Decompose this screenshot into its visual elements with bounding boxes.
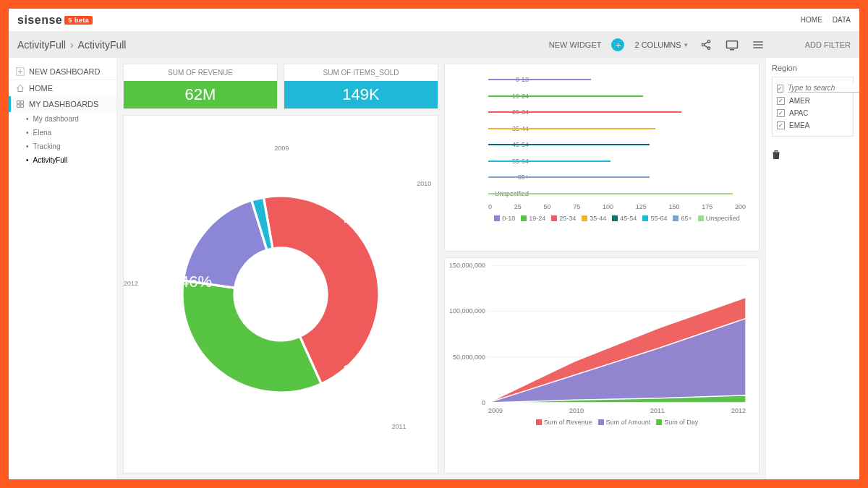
area-chart <box>488 265 746 403</box>
menu-icon[interactable] <box>750 37 766 53</box>
new-widget-label[interactable]: NEW WIDGET <box>549 40 602 49</box>
kpi-items-title: SUM OF ITEMS_SOLD <box>284 64 438 81</box>
kpi-items-value: 149K <box>284 81 438 108</box>
svg-rect-15 <box>17 105 20 108</box>
svg-line-3 <box>704 42 707 44</box>
filter-select-all-checkbox[interactable]: ✓ <box>777 85 783 93</box>
bar-x-axis: 0255075100125150175200 <box>488 203 746 210</box>
kpi-revenue[interactable]: SUM OF REVENUE 62M <box>123 64 278 109</box>
subbar: ActivityFull › ActivityFull NEW WIDGET +… <box>9 32 859 58</box>
sidebar-home[interactable]: HOME <box>9 80 116 96</box>
new-dashboard-button[interactable]: NEW DASHBOARD <box>9 64 116 80</box>
sidebar: NEW DASHBOARD HOME MY DASHBOARDS My dash… <box>9 58 117 479</box>
svg-rect-13 <box>17 101 20 104</box>
sidebar-item-elena[interactable]: Elena <box>9 126 116 140</box>
filter-panel: Region ✓ ✓ AMER ✓ APAC ✓ EMEA <box>765 58 859 479</box>
donut-label-2012: 2012 <box>124 280 138 287</box>
add-filter-button[interactable]: ADD FILTER <box>805 40 851 49</box>
app-window: sisense5 beta HOME DATA ActivityFull › A… <box>9 9 859 479</box>
logo-badge: 5 beta <box>64 16 93 25</box>
columns-selector[interactable]: 2 COLUMNS ▾ <box>634 40 687 49</box>
filter-option-amer[interactable]: ✓ AMER <box>777 95 848 107</box>
donut-chart-widget[interactable]: 46% 34% 18% 2009 2010 2011 2012 <box>123 115 438 474</box>
sidebar-my-dashboards[interactable]: MY DASHBOARDS <box>9 96 116 112</box>
area-x-axis: 2009201020112012 <box>488 407 746 414</box>
bar-chart: 0-1819-2425-3435-4445-5455-6465+Unspecif… <box>488 72 746 202</box>
bar-segment <box>488 95 643 97</box>
sidebar-my-dashboards-label: MY DASHBOARDS <box>29 100 98 108</box>
donut-label-2011: 2011 <box>392 423 407 430</box>
area-legend: Sum of RevenueSum of AmountSum of Day <box>488 419 746 426</box>
donut-label-2010: 2010 <box>417 180 431 187</box>
logo: sisense5 beta <box>17 14 93 27</box>
logo-text: sisense <box>17 14 62 26</box>
bar-segment <box>488 144 650 145</box>
new-dashboard-label: NEW DASHBOARD <box>29 67 100 76</box>
bar-segment <box>488 193 733 194</box>
kpi-items-sold[interactable]: SUM OF ITEMS_SOLD 149K <box>284 64 438 109</box>
breadcrumb-current: ActivityFull <box>78 39 127 51</box>
checkbox-icon: ✓ <box>777 97 785 105</box>
nav-data[interactable]: DATA <box>833 16 851 24</box>
main-area: SUM OF REVENUE 62M SUM OF ITEMS_SOLD 149… <box>117 58 765 479</box>
checkbox-icon: ✓ <box>777 109 785 117</box>
filter-option-emea[interactable]: ✓ EMEA <box>777 119 848 132</box>
svg-rect-14 <box>21 101 24 104</box>
filter-search-input[interactable] <box>788 84 859 93</box>
columns-label: 2 COLUMNS <box>634 40 681 49</box>
filter-box: ✓ ✓ AMER ✓ APAC ✓ EMEA <box>772 77 854 137</box>
donut-label-2009: 2009 <box>274 145 289 152</box>
svg-rect-16 <box>21 105 24 108</box>
sidebar-home-label: HOME <box>29 84 53 93</box>
bar-segment <box>488 176 650 178</box>
breadcrumb-sep: › <box>70 39 74 51</box>
bar-legend: 0-1819-2425-3435-4445-5455-6465+Unspecif… <box>488 215 746 222</box>
filter-title: Region <box>772 64 854 72</box>
trash-icon[interactable] <box>772 150 854 161</box>
bar-segment <box>488 79 591 80</box>
kpi-row: SUM OF REVENUE 62M SUM OF ITEMS_SOLD 149… <box>123 64 438 109</box>
filter-option-apac[interactable]: ✓ APAC <box>777 107 848 119</box>
nav-home[interactable]: HOME <box>801 16 822 24</box>
donut-pct-2012: 46% <box>180 273 212 291</box>
sidebar-item-my-dashboard[interactable]: My dashboard <box>9 112 116 126</box>
area-chart-widget[interactable]: 050,000,000100,000,000150,000,000 200920… <box>444 257 760 474</box>
chevron-down-icon: ▾ <box>684 41 688 48</box>
new-widget-button[interactable]: + <box>611 38 624 51</box>
bar-segment <box>488 128 655 129</box>
sidebar-item-activityfull[interactable]: ActivityFull <box>9 153 116 167</box>
breadcrumb-root[interactable]: ActivityFull <box>17 39 66 51</box>
donut-pct-2010: 18% <box>343 208 375 227</box>
topbar: sisense5 beta HOME DATA <box>9 9 859 32</box>
present-icon[interactable] <box>724 37 740 53</box>
checkbox-icon: ✓ <box>777 121 785 129</box>
svg-line-4 <box>704 46 707 48</box>
donut-pct-2011: 34% <box>343 361 375 380</box>
bar-chart-widget[interactable]: 0-1819-2425-3435-4445-5455-6465+Unspecif… <box>444 64 760 252</box>
bar-segment <box>488 111 681 113</box>
sidebar-item-tracking[interactable]: Tracking <box>9 140 116 153</box>
kpi-revenue-title: SUM OF REVENUE <box>124 64 277 81</box>
share-icon[interactable] <box>698 37 714 53</box>
top-nav: HOME DATA <box>801 16 851 24</box>
svg-rect-5 <box>726 41 737 48</box>
kpi-revenue-value: 62M <box>124 81 277 108</box>
bar-segment <box>488 160 610 162</box>
